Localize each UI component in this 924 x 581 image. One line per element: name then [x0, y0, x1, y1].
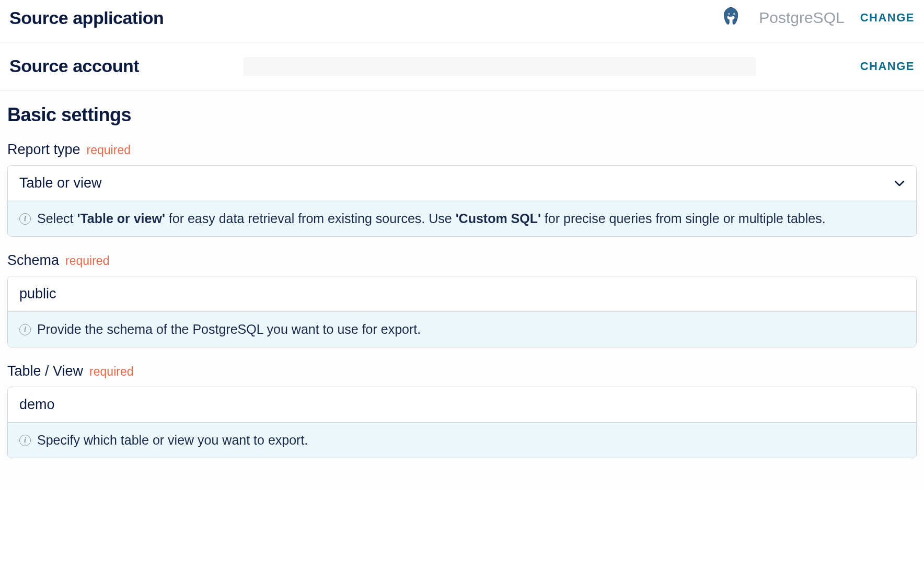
report-type-helper: i Select 'Table or view' for easy data r…: [8, 201, 916, 236]
table-view-helper-text: Specify which table or view you want to …: [37, 431, 308, 449]
schema-helper-text: Provide the schema of the PostgreSQL you…: [37, 320, 421, 339]
source-application-section: Source application PostgreSQL CHANGE: [0, 0, 924, 42]
source-application-name: PostgreSQL: [759, 9, 844, 27]
report-type-required: required: [87, 143, 131, 157]
table-view-input[interactable]: [8, 387, 916, 422]
schema-input[interactable]: [8, 276, 916, 311]
table-view-helper: i Specify which table or view you want t…: [8, 422, 916, 458]
report-type-helper-text: Select 'Table or view' for easy data ret…: [37, 210, 826, 228]
info-icon: i: [19, 435, 31, 446]
report-type-select[interactable]: Table or view: [8, 166, 916, 201]
change-source-application-link[interactable]: CHANGE: [860, 11, 915, 25]
table-view-field: Table / View required i Specify which ta…: [7, 363, 917, 458]
schema-helper: i Provide the schema of the PostgreSQL y…: [8, 311, 916, 347]
source-account-section: Source account CHANGE: [0, 42, 924, 90]
table-view-required: required: [89, 365, 133, 379]
change-source-account-link[interactable]: CHANGE: [860, 60, 915, 73]
svg-point-3: [734, 14, 734, 14]
report-type-field: Report type required Table or view i Sel…: [7, 142, 917, 237]
report-type-value: Table or view: [19, 175, 102, 191]
source-account-title: Source account: [9, 56, 139, 76]
schema-required: required: [65, 254, 109, 268]
table-view-label: Table / View: [7, 363, 83, 379]
source-account-redacted: [244, 57, 756, 76]
info-icon: i: [19, 324, 31, 335]
source-application-right: PostgreSQL CHANGE: [720, 5, 915, 30]
basic-settings-section: Basic settings Report type required Tabl…: [0, 90, 924, 490]
info-icon: i: [19, 213, 31, 225]
schema-label: Schema: [7, 252, 59, 269]
source-application-title: Source application: [9, 8, 164, 28]
svg-point-2: [729, 14, 730, 14]
chevron-down-icon: [894, 177, 905, 189]
report-type-label: Report type: [7, 142, 80, 158]
basic-settings-heading: Basic settings: [7, 104, 917, 126]
schema-field: Schema required i Provide the schema of …: [7, 252, 917, 347]
postgresql-icon: [720, 5, 743, 30]
